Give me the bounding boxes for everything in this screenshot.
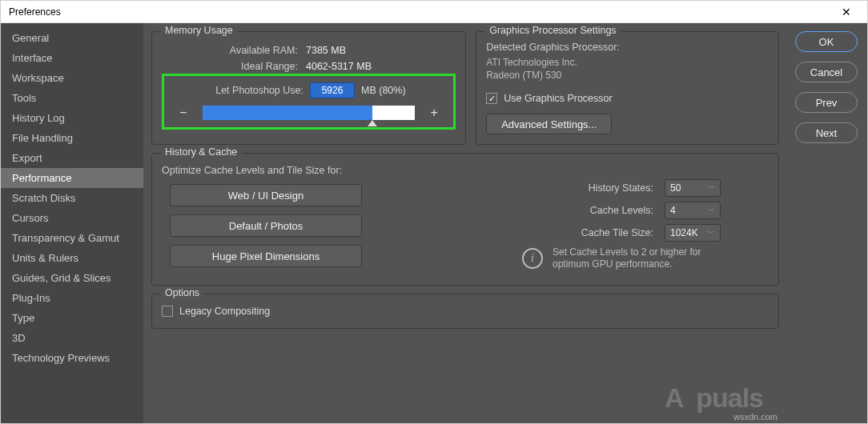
preset-default-label: Default / Photos [229, 220, 303, 232]
sidebar-item-export[interactable]: Export [1, 148, 143, 168]
sidebar-item-scratch-disks[interactable]: Scratch Disks [1, 188, 143, 208]
sidebar-item-general[interactable]: General [1, 28, 143, 48]
sidebar-item-label: Tools [12, 92, 36, 104]
ideal-range-label: Ideal Range: [162, 61, 298, 72]
use-gpu-label: Use Graphics Processor [504, 93, 612, 104]
sidebar-item-label: Workspace [12, 72, 64, 84]
preset-default-button[interactable]: Default / Photos [170, 214, 362, 237]
memory-highlight-box: Let Photoshop Use: MB (80%) − + [162, 74, 456, 130]
sidebar-item-units-rulers[interactable]: Units & Rulers [1, 248, 143, 268]
cache-levels-value: 4 [670, 205, 676, 216]
memory-increase-button[interactable]: + [426, 105, 442, 121]
sidebar-item-label: 3D [12, 332, 26, 344]
cache-levels-label: Cache Levels: [590, 205, 653, 216]
sidebar-item-label: Export [12, 152, 42, 164]
memory-usage-title: Memory Usage [160, 25, 238, 36]
sidebar-item-plug-ins[interactable]: Plug-Ins [1, 288, 143, 308]
sidebar-item-label: Scratch Disks [12, 192, 75, 204]
close-button[interactable]: ✕ [830, 4, 862, 20]
memory-decrease-button[interactable]: − [175, 105, 191, 121]
detected-processor-label: Detected Graphics Processor: [486, 42, 769, 53]
cancel-button[interactable]: Cancel [795, 62, 858, 82]
options-group: Options ✓ Legacy Compositing [151, 294, 779, 329]
sidebar-item-interface[interactable]: Interface [1, 48, 143, 68]
available-ram-label: Available RAM: [162, 45, 298, 56]
sidebar-item-label: Units & Rulers [12, 252, 78, 264]
sidebar-item-label: Transparency & Gamut [12, 232, 119, 244]
gpu-vendor: ATI Technologies Inc. [486, 56, 769, 69]
ideal-range-value: 4062-5317 MB [306, 61, 372, 72]
minus-icon: − [179, 106, 187, 120]
sidebar-item-label: History Log [12, 112, 65, 124]
advanced-settings-button[interactable]: Advanced Settings... [486, 114, 612, 134]
history-cache-title: History & Cache [160, 146, 242, 158]
sidebar-item-type[interactable]: Type [1, 308, 143, 328]
cache-tile-size-label: Cache Tile Size: [581, 227, 653, 238]
history-states-label: History States: [589, 182, 653, 194]
cache-hint-text: Set Cache Levels to 2 or higher for opti… [553, 246, 737, 270]
cache-tile-size-dropdown[interactable]: 1024K ﹀ [665, 224, 721, 242]
advanced-settings-label: Advanced Settings... [501, 118, 597, 130]
memory-slider[interactable] [203, 106, 415, 120]
next-label: Next [816, 127, 838, 139]
sidebar-item-tools[interactable]: Tools [1, 88, 143, 108]
ok-label: OK [819, 36, 834, 48]
let-photoshop-use-label: Let Photoshop Use: [175, 85, 303, 96]
cache-levels-dropdown[interactable]: 4 ﹀ [665, 202, 721, 219]
sidebar-item-label: File Handling [12, 132, 73, 144]
use-gpu-checkbox[interactable]: ✓ [486, 93, 497, 104]
window-body: General Interface Workspace Tools Histor… [1, 23, 867, 423]
sidebar-item-workspace[interactable]: Workspace [1, 68, 143, 88]
sidebar-item-guides-grid-slices[interactable]: Guides, Grid & Slices [1, 268, 143, 288]
main-panel: Memory Usage Available RAM: 7385 MB Idea… [143, 23, 787, 423]
cache-tile-size-value: 1024K [670, 227, 698, 238]
legacy-compositing-label: Legacy Compositing [179, 306, 270, 317]
memory-usage-group: Memory Usage Available RAM: 7385 MB Idea… [151, 31, 466, 145]
info-icon: i [522, 248, 543, 269]
sidebar-item-label: Technology Previews [12, 352, 110, 364]
sidebar-item-label: Plug-Ins [12, 292, 50, 304]
watermark-logo: A puals [665, 382, 763, 414]
chevron-down-icon: ﹀ [708, 206, 715, 216]
preset-web-ui-label: Web / UI Design [228, 190, 303, 202]
preset-huge-button[interactable]: Huge Pixel Dimensions [170, 245, 362, 267]
options-title: Options [160, 287, 204, 298]
use-gpu-row[interactable]: ✓ Use Graphics Processor [486, 93, 769, 104]
preset-web-ui-button[interactable]: Web / UI Design [170, 184, 362, 206]
sidebar-item-history-log[interactable]: History Log [1, 108, 143, 128]
gpu-model: Radeon (TM) 530 [486, 69, 769, 82]
sidebar-item-label: General [12, 32, 49, 44]
sidebar-item-performance[interactable]: Performance [1, 168, 143, 188]
history-right-column: History States: 50 ﹀ Cache Levels: 4 ﹀ [410, 162, 769, 275]
preferences-window: Preferences ✕ General Interface Workspac… [0, 0, 868, 424]
history-states-dropdown[interactable]: 50 ﹀ [665, 179, 721, 197]
history-left-column: Optimize Cache Levels and Tile Size for:… [162, 162, 402, 275]
chevron-down-icon: ﹀ [708, 228, 715, 238]
cancel-label: Cancel [810, 66, 842, 78]
preset-huge-label: Huge Pixel Dimensions [212, 250, 319, 262]
legacy-compositing-checkbox[interactable]: ✓ [162, 306, 173, 317]
memory-amount-input[interactable] [310, 82, 355, 98]
ok-button[interactable]: OK [795, 31, 858, 52]
next-button[interactable]: Next [795, 122, 858, 143]
prev-label: Prev [816, 97, 838, 109]
action-column: OK Cancel Prev Next [787, 23, 867, 423]
memory-slider-thumb[interactable] [368, 120, 377, 126]
sidebar-item-3d[interactable]: 3D [1, 328, 143, 348]
sidebar-item-label: Guides, Grid & Slices [12, 272, 111, 284]
close-icon: ✕ [842, 6, 851, 18]
history-cache-group: History & Cache Optimize Cache Levels an… [151, 153, 779, 286]
titlebar: Preferences ✕ [1, 1, 867, 23]
sidebar-item-cursors[interactable]: Cursors [1, 208, 143, 228]
sidebar-item-technology-previews[interactable]: Technology Previews [1, 348, 143, 368]
graphics-processor-group: Graphics Processor Settings Detected Gra… [476, 31, 779, 145]
chevron-down-icon: ﹀ [708, 183, 715, 194]
memory-slider-fill [203, 106, 372, 120]
sidebar-item-label: Cursors [12, 212, 49, 224]
sidebar-item-label: Type [12, 312, 34, 324]
prev-button[interactable]: Prev [795, 92, 858, 113]
legacy-compositing-row[interactable]: ✓ Legacy Compositing [162, 306, 769, 317]
sidebar-item-transparency-gamut[interactable]: Transparency & Gamut [1, 228, 143, 248]
sidebar-item-label: Performance [12, 172, 71, 184]
sidebar-item-file-handling[interactable]: File Handling [1, 128, 143, 148]
